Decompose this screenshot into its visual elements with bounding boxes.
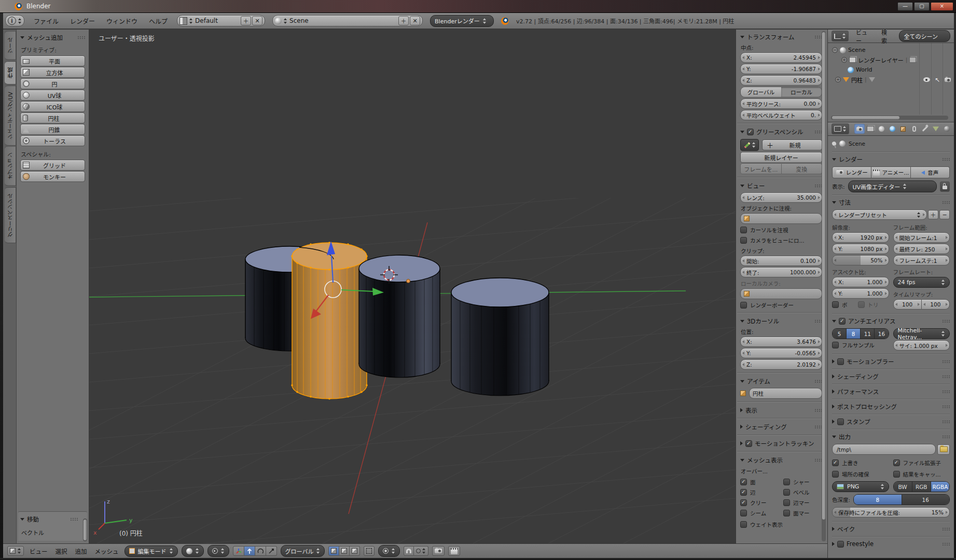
delete-scene-button[interactable]: ✕ [410, 16, 420, 25]
color-mode-rgb[interactable]: RGB [912, 482, 931, 492]
motion-blur-checkbox[interactable] [837, 358, 844, 365]
grease-new-button[interactable]: ＋新規 [762, 139, 822, 150]
color-depth-8[interactable]: 8 [854, 495, 902, 505]
browse-folder-button[interactable] [937, 444, 950, 455]
tab-grease-pencil[interactable]: グリースペンシル [5, 187, 16, 243]
show-faces-checkbox[interactable] [740, 479, 747, 485]
expand-icon[interactable]: + [841, 57, 847, 63]
menu-file[interactable]: ファイル [32, 16, 61, 26]
tab-options[interactable]: オプション [5, 146, 16, 186]
render-panel-header[interactable]: レンダー [832, 154, 950, 164]
panel-grip-icon[interactable] [942, 360, 950, 363]
show-edges-checkbox[interactable] [740, 489, 747, 496]
stamp-checkbox[interactable] [837, 418, 844, 425]
tab-texture[interactable] [952, 124, 954, 134]
add-ico-sphere-button[interactable]: ICO球 [20, 101, 85, 112]
placeholders-checkbox[interactable] [832, 471, 839, 478]
add-circle-button[interactable]: 円 [20, 78, 85, 89]
add-torus-button[interactable]: トーラス [20, 135, 85, 146]
panel-grip-icon[interactable] [814, 458, 822, 462]
aa-samples-5[interactable]: 5 [833, 329, 847, 339]
manipulator-axes-button[interactable] [233, 546, 244, 556]
cursor-y-field[interactable]: Y:-0.0565 [740, 348, 822, 358]
menu-select[interactable]: 選択 [53, 546, 70, 556]
move-panel-header[interactable]: 移動 [20, 514, 85, 524]
crop-checkbox[interactable] [858, 301, 865, 308]
object-name-field[interactable]: 円柱 [749, 388, 822, 399]
limit-to-visible-button[interactable] [364, 546, 375, 556]
motion-blur-panel-header[interactable]: モーションブラー [832, 356, 950, 367]
tab-data[interactable] [931, 124, 941, 134]
local-button[interactable]: ローカル [781, 87, 822, 97]
add-mesh-panel-header[interactable]: メッシュ追加 [20, 32, 85, 43]
outliner-row-scene[interactable]: − Scene [828, 45, 954, 55]
tab-render-layers[interactable] [865, 124, 876, 134]
global-button[interactable]: グローバル [741, 87, 781, 97]
color-depth-16[interactable]: 16 [902, 495, 949, 505]
collapse-icon[interactable]: − [832, 47, 838, 53]
remap-old-field[interactable]: 100 [893, 299, 922, 310]
scale-manipulator-button[interactable] [266, 546, 277, 556]
panel-grip-icon[interactable] [942, 542, 950, 546]
menu-outliner-view[interactable]: ビュー [854, 27, 874, 46]
add-cylinder-button[interactable]: 円柱 [20, 113, 85, 123]
outliner-horizontal-scrollbar[interactable] [831, 116, 948, 120]
add-layout-button[interactable]: ＋ [241, 16, 251, 25]
pivot-point-selector[interactable] [207, 545, 229, 557]
panel-grip-icon[interactable] [814, 380, 822, 383]
tab-create[interactable]: 作成 [5, 61, 16, 85]
lock-camera-checkbox[interactable] [740, 237, 747, 244]
3d-viewport[interactable]: z y x ユーザー・透視投影 (0) 円柱 [89, 30, 736, 543]
antialiasing-checkbox[interactable] [839, 318, 846, 325]
rotate-manipulator-button[interactable] [255, 546, 266, 556]
lock-interface-button[interactable] [940, 181, 950, 192]
viewport-shading-selector[interactable] [182, 545, 204, 557]
screen-layout-selector[interactable]: Default ＋ ✕ [177, 15, 265, 26]
panel-grip-icon[interactable] [70, 517, 78, 521]
freestyle-panel-header[interactable]: Freestyle [832, 539, 950, 549]
motion-tracking-panel-header[interactable]: モーショントラッキン [740, 438, 822, 449]
menu-help[interactable]: ヘルプ [147, 16, 170, 26]
tab-render[interactable] [854, 124, 865, 134]
color-mode-rgba[interactable]: RGBA [931, 482, 949, 492]
outliner-row-cylinder[interactable]: + 円柱 | ↖ [828, 75, 954, 85]
aa-samples-16[interactable]: 16 [875, 329, 888, 339]
frame-rate-selector[interactable]: 24 fps [893, 277, 950, 288]
panel-grip-icon[interactable] [942, 420, 950, 424]
menu-render[interactable]: レンダー [68, 16, 97, 26]
frame-end-field[interactable]: 最終フレ: 250 [893, 244, 950, 254]
face-select-button[interactable] [350, 546, 360, 556]
outliner-filter-selector[interactable]: 全てのシーン [899, 30, 950, 42]
aspect-x-field[interactable]: X:1.000 [832, 277, 889, 287]
aa-samples-11[interactable]: 11 [861, 329, 875, 339]
snap-element-selector[interactable] [414, 546, 428, 556]
render-button[interactable]: レンダー [832, 166, 871, 178]
lock-object-selector[interactable] [740, 213, 822, 224]
panel-grip-icon[interactable] [942, 405, 950, 409]
shading-panel-header[interactable]: シェーディング [832, 371, 950, 382]
tab-scene[interactable] [876, 124, 886, 134]
add-grid-button[interactable]: グリッド [20, 160, 85, 171]
panel-grip-icon[interactable] [814, 130, 822, 134]
render-audio-button[interactable]: 音声 [911, 166, 950, 178]
mode-selector[interactable]: 編集モード [124, 545, 178, 557]
render-display-selector[interactable]: UV画像エディター [848, 180, 937, 192]
editor-type-selector[interactable] [832, 123, 849, 134]
panel-grip-icon[interactable] [77, 36, 85, 39]
add-preset-button[interactable]: ＋ [928, 210, 938, 219]
remove-preset-button[interactable]: − [939, 210, 950, 219]
outliner-row-render-layers[interactable]: + レンダーレイヤー | [828, 55, 954, 65]
median-y-field[interactable]: Y:-1.90687 [740, 64, 822, 74]
maximize-button[interactable]: ▢ [914, 2, 930, 11]
vertex-select-button[interactable] [328, 546, 339, 556]
item-panel-header[interactable]: アイテム [740, 376, 822, 386]
add-scene-button[interactable]: ＋ [398, 16, 409, 25]
show-bevel-checkbox[interactable] [783, 489, 790, 496]
tab-tools[interactable]: ツール [5, 31, 16, 60]
transform-orientation-selector[interactable]: グローバル [281, 545, 325, 557]
selectability-cursor-icon[interactable]: ↖ [935, 76, 940, 83]
grease-pencil-panel-header[interactable]: グリースペンシル [740, 127, 822, 137]
cylinder-object-3[interactable] [359, 255, 440, 377]
renderability-camera-icon[interactable] [945, 78, 951, 82]
editor-type-selector[interactable] [832, 31, 849, 41]
